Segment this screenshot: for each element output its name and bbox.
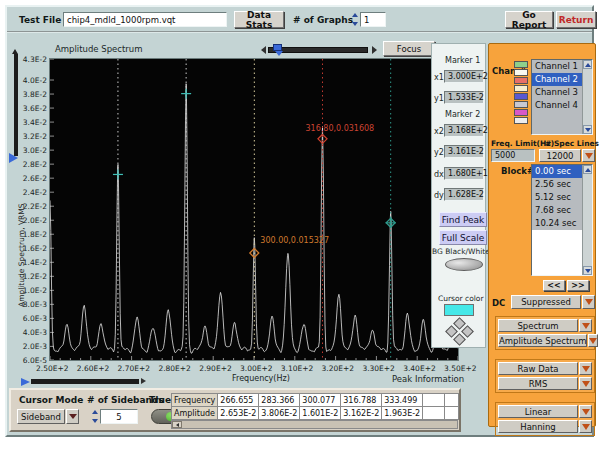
- peak-table-cell: 316.788: [341, 394, 382, 407]
- dx-value[interactable]: 1.680E+1: [444, 167, 484, 180]
- bottom-bar: Cursor Mode Sideband # of Sidebands 5 Tr…: [9, 388, 461, 432]
- cursor-mode-value[interactable]: Sideband: [17, 409, 65, 424]
- block-prev-button[interactable]: <<: [543, 280, 565, 291]
- peak-table-row: Frequency266.655283.366300.077316.788333…: [172, 394, 459, 407]
- spec-lines-value[interactable]: 12000: [539, 149, 581, 162]
- x-tick: 2.50E+2: [36, 364, 69, 373]
- peak-table-row-header: Frequency: [172, 394, 218, 407]
- ring-spectrum[interactable]: Spectrum: [498, 319, 592, 332]
- channel-color-swatches: [514, 61, 530, 125]
- peak-table-row-header: Amplitude: [172, 407, 218, 420]
- x-tick: 3.10E+2: [281, 364, 314, 373]
- channel-swatch-2[interactable]: [514, 77, 528, 84]
- channel-swatch-1[interactable]: [514, 69, 528, 76]
- channel-swatch-0[interactable]: [514, 61, 528, 68]
- marker1-title: Marker 1: [445, 56, 480, 65]
- ring-group-0: SpectrumAmplitude Spectrum: [495, 316, 595, 350]
- block-item-2[interactable]: 5.12 sec: [532, 191, 583, 204]
- dy-label: dy: [434, 191, 444, 200]
- ring-amplitude-spectrum[interactable]: Amplitude Spectrum: [498, 334, 592, 347]
- channel-swatch-4[interactable]: [514, 93, 528, 100]
- ring-dropdown-icon[interactable]: [579, 377, 592, 390]
- dc-ring[interactable]: Suppressed: [511, 295, 595, 309]
- triangle-icon: [582, 424, 590, 430]
- channel-scrollbar[interactable]: [582, 60, 592, 134]
- block-scrollbar[interactable]: [582, 165, 592, 275]
- channel-item-3[interactable]: Channel 3: [532, 86, 583, 99]
- x-tick: 2.90E+2: [199, 364, 232, 373]
- peak-table-cell: [423, 407, 445, 420]
- peak-table-cell: 1.601E-2: [300, 407, 341, 420]
- ring-dropdown-icon[interactable]: [579, 319, 592, 332]
- peak-table-cell: 3.806E-2: [259, 407, 300, 420]
- cursor-mode-ring[interactable]: Sideband: [17, 409, 79, 424]
- sidebands-down-icon[interactable]: [92, 419, 98, 423]
- freq-limit-value[interactable]: 5000: [491, 149, 535, 162]
- ring-rms[interactable]: RMS: [498, 377, 592, 390]
- channel-swatch-5[interactable]: [514, 101, 528, 108]
- ring-raw-data[interactable]: Raw Data: [498, 362, 592, 375]
- ring-value[interactable]: RMS: [498, 377, 578, 390]
- x-pan-thumb[interactable]: [21, 378, 30, 386]
- x1-value[interactable]: 3.000E+2: [444, 70, 484, 83]
- y2-value[interactable]: 3.161E-2: [444, 145, 484, 158]
- find-peak-button[interactable]: Find Peak: [439, 212, 487, 227]
- block-item-3[interactable]: 7.68 sec: [532, 204, 583, 217]
- bg-blackwhite-toggle[interactable]: [445, 258, 483, 271]
- y1-value[interactable]: 1.533E-2: [444, 91, 484, 104]
- block-scroll-down-icon[interactable]: [583, 266, 592, 275]
- triangle-icon: [582, 381, 590, 387]
- channel-item-2[interactable]: Channel 2: [532, 73, 583, 86]
- block-listbox[interactable]: 0.00 sec2.56 sec5.12 sec7.68 sec10.24 se…: [531, 164, 593, 276]
- cursor-color-swatch[interactable]: [444, 304, 474, 316]
- full-scale-button[interactable]: Full Scale: [439, 230, 487, 245]
- ring-value[interactable]: Spectrum: [498, 319, 578, 332]
- block-number-label: Block#: [501, 166, 534, 176]
- spec-lines-dropdown-icon[interactable]: [582, 149, 595, 162]
- x2-value[interactable]: 3.168E+2: [444, 124, 484, 137]
- x-pan-slider[interactable]: [21, 377, 151, 388]
- x-tick: 2.70E+2: [118, 364, 151, 373]
- channel-item-4[interactable]: Channel 4: [532, 99, 583, 112]
- peak-table-cell: 283.366: [259, 394, 300, 407]
- sidebands-up-icon[interactable]: [92, 410, 98, 414]
- channel-listbox[interactable]: Channel 1Channel 2Channel 3Channel 4: [531, 59, 593, 135]
- ring-dropdown-icon[interactable]: [579, 420, 592, 433]
- block-scroll-up-icon[interactable]: [583, 165, 592, 174]
- channel-scroll-down-icon[interactable]: [583, 125, 592, 134]
- peak-table-scroll-left-icon[interactable]: [172, 421, 182, 428]
- sidebands-field[interactable]: 5: [100, 409, 138, 424]
- dc-value[interactable]: Suppressed: [511, 295, 581, 309]
- block-item-4[interactable]: 10.24 sec: [532, 217, 583, 230]
- dc-dropdown-icon[interactable]: [582, 295, 595, 309]
- ring-value[interactable]: Raw Data: [498, 362, 578, 375]
- x2-label: x2: [434, 127, 444, 136]
- peak-table-scrollbar[interactable]: [171, 420, 458, 429]
- channel-swatch-3[interactable]: [514, 85, 528, 92]
- ring-value[interactable]: Hanning: [498, 420, 578, 433]
- channel-swatch-7[interactable]: [514, 117, 528, 124]
- ring-linear[interactable]: Linear: [498, 405, 592, 418]
- triangle-icon: [582, 409, 590, 415]
- channel-scroll-up-icon[interactable]: [583, 60, 592, 69]
- ring-hanning[interactable]: Hanning: [498, 420, 592, 433]
- cursor-mode-dropdown-icon[interactable]: [66, 409, 79, 424]
- ring-dropdown-icon[interactable]: [588, 334, 598, 347]
- spec-lines-ring[interactable]: 12000: [539, 149, 595, 162]
- block-item-0[interactable]: 0.00 sec: [532, 165, 583, 178]
- ring-value[interactable]: Linear: [498, 405, 578, 418]
- x-pan-right-icon[interactable]: [141, 378, 146, 384]
- ring-dropdown-icon[interactable]: [579, 405, 592, 418]
- sidebands-stepper[interactable]: [91, 409, 99, 424]
- dy-value[interactable]: 1.628E-2: [444, 188, 484, 201]
- ring-value[interactable]: Amplitude Spectrum: [498, 334, 587, 347]
- block-item-1[interactable]: 2.56 sec: [532, 178, 583, 191]
- channel-swatch-6[interactable]: [514, 109, 528, 116]
- x-pan-track[interactable]: [31, 379, 139, 384]
- ring-dropdown-icon[interactable]: [579, 362, 592, 375]
- block-next-button[interactable]: >>: [567, 280, 589, 291]
- cursor-nav-pad[interactable]: [447, 319, 473, 345]
- channel-item-1[interactable]: Channel 1: [532, 60, 583, 73]
- x-tick: 3.30E+2: [362, 364, 395, 373]
- peak-table-cell: 2.653E-2: [218, 407, 259, 420]
